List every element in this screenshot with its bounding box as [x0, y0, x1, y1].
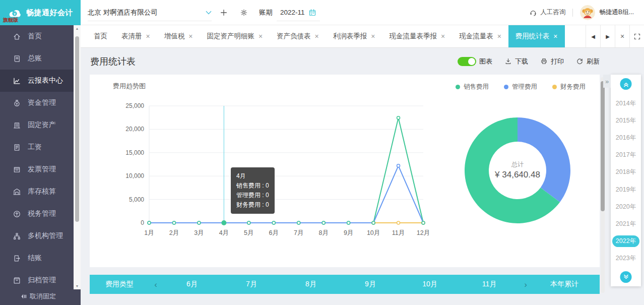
year-item[interactable]: 2014年 [611, 95, 641, 112]
fullscreen-button[interactable] [629, 25, 644, 47]
toggle-switch-icon[interactable] [458, 57, 476, 66]
column-header-month: 9月 [341, 280, 400, 289]
trend-chart-title: 费用趋势图 [113, 82, 146, 91]
header-bar: 北京 对啊酒店有限公司 账期 2022-11 人工咨询 [81, 0, 644, 25]
next-months-icon[interactable]: › [519, 280, 532, 289]
tab-label: 资产负债表 [277, 32, 311, 41]
tab-close-icon[interactable]: × [188, 33, 192, 40]
main-scrollbar[interactable] [601, 77, 605, 293]
tab-item[interactable]: 表清册× [114, 25, 157, 47]
tab-item[interactable]: 现金流量表季报× [382, 25, 452, 47]
tab-scroll-left-button[interactable]: ◀ [586, 25, 600, 47]
tab-item[interactable]: 首页 [87, 25, 114, 47]
sidebar-scrollbar-thumb[interactable] [75, 36, 79, 222]
year-item[interactable]: 2015年 [611, 112, 641, 129]
sidebar-item-funds[interactable]: 资金管理 [0, 92, 81, 114]
tab-close-icon[interactable]: × [315, 33, 319, 40]
sidebar-item-multi-org[interactable]: 多机构管理 [0, 225, 81, 247]
period-selector[interactable]: 2022-11 [279, 0, 318, 25]
main-content: 费用统计表 图表 下载 打印 刷新 [81, 48, 644, 305]
column-header-month: 10月 [400, 280, 460, 289]
sidebar-item-home[interactable]: 首页 [0, 25, 81, 47]
year-label: 2019年 [612, 184, 639, 196]
unpin-button[interactable]: 取消固定 [0, 290, 56, 303]
svg-text:9月: 9月 [344, 229, 353, 236]
settings-button[interactable] [236, 5, 252, 21]
tab-item[interactable]: 增值税× [157, 25, 200, 47]
tab-item[interactable]: 资产负债表× [270, 25, 326, 47]
tab-label: 首页 [94, 32, 107, 41]
add-button[interactable] [216, 5, 232, 21]
tab-close-icon[interactable]: × [146, 33, 150, 40]
tab-item[interactable]: 现金流量表× [452, 25, 508, 47]
scroll-years-up-button[interactable] [620, 78, 632, 90]
sidebar-item-ledger[interactable]: 总账 [0, 47, 81, 70]
tab-label: 固定资产明细账 [207, 32, 254, 41]
unpin-label: 取消固定 [30, 292, 56, 301]
legend-label: 财务费用 [560, 83, 586, 91]
sidebar-scrollbar[interactable]: ▲ ▼ [74, 25, 81, 289]
year-item[interactable]: 2021年 [611, 216, 641, 233]
legend-dot-icon [504, 85, 508, 89]
year-item[interactable]: 2022年 [611, 233, 641, 250]
prev-months-icon[interactable]: ‹ [149, 280, 162, 289]
legend-label: 管理费用 [512, 83, 537, 91]
edition-badge: 旗舰版 [3, 17, 18, 24]
sidebar-item-invoice[interactable]: 发票管理 [0, 158, 81, 180]
refresh-button[interactable]: 刷新 [576, 57, 600, 66]
svg-text:2月: 2月 [169, 229, 179, 236]
year-label: 2014年 [612, 98, 639, 109]
tab-label: 增值税 [164, 32, 185, 41]
plus-icon [220, 9, 228, 17]
sidebar-item-tax[interactable]: 税务管理 [0, 203, 81, 225]
svg-text:20,000: 20,000 [125, 126, 144, 133]
tab-close-icon[interactable]: × [441, 33, 445, 40]
tab-item[interactable]: 固定资产明细账× [200, 25, 270, 47]
sidebar-item-fixed-assets[interactable]: 固定资产 [0, 114, 81, 136]
tab-close-icon[interactable]: × [371, 33, 375, 40]
tab-scroll-right-button[interactable]: ▶ [600, 25, 615, 47]
svg-text:6月: 6月 [269, 229, 279, 236]
chart-toggle[interactable]: 图表 [458, 57, 492, 66]
sidebar-item-label: 库存核算 [28, 187, 56, 196]
legend-item[interactable]: 管理费用 [504, 83, 537, 91]
svg-text:4月: 4月 [219, 229, 229, 236]
sidebar-item-inventory[interactable]: 库存核算 [0, 180, 81, 203]
tab-label: 表清册 [121, 32, 142, 41]
sidebar-item-label: 固定资产 [28, 120, 56, 130]
column-header-ytd: 本年累计 [532, 280, 597, 289]
donut-slice[interactable] [518, 117, 570, 202]
sidebar-item-cloud-report[interactable]: 云报表中心 [0, 70, 81, 92]
year-item[interactable]: 2020年 [611, 198, 641, 215]
support-link[interactable]: 人工咨询 [529, 8, 565, 17]
tab-close-icon[interactable]: × [497, 33, 501, 40]
year-item[interactable]: 2023年 [611, 250, 641, 267]
sidebar-item-closing[interactable]: 结账 [0, 247, 81, 269]
tab-item[interactable]: 利润表季报× [326, 25, 382, 47]
tooltip-line: 财务费用 : 0 [236, 200, 269, 210]
legend-item[interactable]: 销售费用 [456, 83, 489, 91]
company-selector[interactable]: 北京 对啊酒店有限公司 [88, 0, 212, 25]
legend-item[interactable]: 财务费用 [552, 83, 586, 91]
sidebar-item-salary[interactable]: 工资 [0, 136, 81, 158]
tab-close-icon[interactable]: × [553, 33, 557, 40]
year-item[interactable]: 2018年 [611, 164, 641, 181]
year-item[interactable]: 2019年 [611, 181, 641, 198]
scroll-years-down-button[interactable] [620, 271, 632, 283]
refresh-icon [576, 57, 584, 65]
tooltip-line: 管理费用 : 0 [236, 191, 269, 200]
print-button[interactable]: 打印 [540, 57, 564, 66]
collapse-panel-icon[interactable]: » [603, 75, 611, 88]
main-scrollbar-thumb[interactable] [601, 81, 605, 211]
tab-close-icon[interactable]: × [259, 33, 263, 40]
download-button[interactable]: 下载 [504, 57, 528, 66]
close-all-tabs-button[interactable]: × [615, 25, 629, 47]
year-item[interactable]: 2017年 [611, 147, 641, 164]
svg-text:¥: ¥ [13, 12, 16, 16]
user-menu[interactable]: 畅捷通B组... [580, 5, 634, 20]
year-label: 2022年 [612, 235, 639, 247]
svg-text:10月: 10月 [367, 229, 380, 236]
sidebar-item-archive[interactable]: 归档管理 [0, 269, 81, 291]
tab-item[interactable]: 费用统计表× [508, 25, 565, 47]
year-item[interactable]: 2016年 [611, 129, 641, 146]
